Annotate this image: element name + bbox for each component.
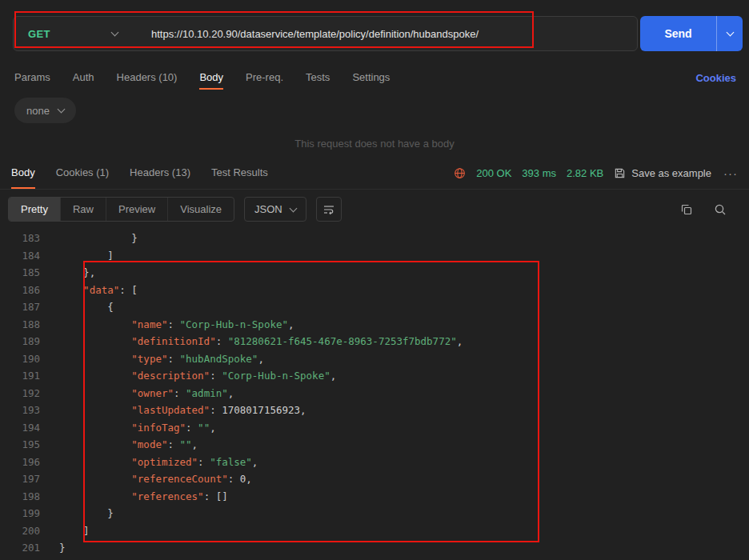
- code-line: 184 ]: [0, 247, 749, 265]
- line-number: 186: [0, 282, 40, 299]
- chevron-down-icon: [57, 106, 65, 114]
- code-line: 187 {: [0, 298, 749, 316]
- status-badge: 200 OK: [476, 167, 511, 179]
- save-as-example-label: Save as example: [631, 167, 711, 179]
- chevron-down-icon: [289, 204, 297, 212]
- tab-response-headers[interactable]: Headers (13): [130, 157, 190, 189]
- code-line: 192 "owner": "admin",: [0, 385, 749, 402]
- code-line-content: "infoTag": "",: [40, 419, 216, 437]
- code-line-content: "type": "hubAndSpoke",: [40, 350, 264, 368]
- search-button[interactable]: [714, 203, 727, 216]
- app-root: GET https://10.10.20.90/dataservice/temp…: [0, 0, 749, 560]
- code-line-content: {: [40, 298, 114, 316]
- format-label: JSON: [254, 203, 282, 215]
- line-number: 197: [0, 470, 40, 488]
- code-line-content: "referenceCount": 0,: [40, 470, 252, 488]
- url-input[interactable]: https://10.10.20.90/dataservice/template…: [151, 28, 479, 40]
- tab-headers[interactable]: Headers (10): [117, 66, 178, 90]
- code-line: 186 "data": [: [0, 282, 749, 299]
- body-type-selector[interactable]: none: [14, 98, 76, 123]
- line-number: 193: [0, 402, 40, 419]
- tab-settings[interactable]: Settings: [352, 66, 390, 90]
- response-tabs: Body Cookies (1) Headers (13) Test Resul…: [11, 157, 268, 189]
- code-line-content: "description": "Corp-Hub-n-Spoke",: [40, 367, 336, 385]
- code-line: 196 "optimized": "false",: [0, 454, 749, 471]
- cookies-link[interactable]: Cookies: [695, 66, 736, 90]
- code-line: 191 "description": "Corp-Hub-n-Spoke",: [0, 367, 749, 385]
- code-line: 201}: [0, 539, 749, 557]
- code-line-content: ]: [40, 247, 114, 265]
- line-number: 195: [0, 436, 40, 454]
- code-line: 183 }: [0, 230, 749, 247]
- response-section: Body Cookies (1) Headers (13) Test Resul…: [0, 157, 749, 560]
- view-tab-pretty[interactable]: Pretty: [9, 198, 61, 221]
- code-line-content: "definitionId": "81280621-f645-467e-8963…: [40, 333, 463, 350]
- code-line-content: "owner": "admin",: [40, 385, 234, 402]
- code-line-content: }: [40, 539, 66, 557]
- send-options-button[interactable]: [716, 16, 743, 51]
- tab-response-body[interactable]: Body: [11, 157, 35, 189]
- view-tab-preview[interactable]: Preview: [106, 198, 168, 221]
- line-number: 194: [0, 419, 40, 437]
- line-number: 188: [0, 316, 40, 334]
- format-selector[interactable]: JSON: [244, 197, 306, 222]
- code-line: 194 "infoTag": "",: [0, 419, 749, 437]
- code-line: 195 "mode": "",: [0, 436, 749, 454]
- code-line-content: "references": []: [40, 488, 228, 506]
- code-line: 188 "name": "Corp-Hub-n-Spoke",: [0, 316, 749, 334]
- code-line-content: }: [40, 505, 114, 522]
- line-number: 185: [0, 264, 40, 282]
- code-line: 200 ]: [0, 522, 749, 540]
- tab-tests[interactable]: Tests: [306, 66, 330, 90]
- view-tab-visualize[interactable]: Visualize: [168, 198, 234, 221]
- code-line-content: }: [40, 230, 138, 247]
- code-line: 198 "references": []: [0, 488, 749, 506]
- search-icon: [714, 203, 727, 216]
- code-line: 197 "referenceCount": 0,: [0, 470, 749, 488]
- response-meta: 200 OK 393 ms 2.82 KB Save as example ··…: [454, 157, 738, 189]
- tab-response-cookies[interactable]: Cookies (1): [56, 157, 109, 189]
- more-options-button[interactable]: ···: [723, 166, 738, 180]
- wrap-lines-icon: [322, 203, 335, 216]
- response-body-code[interactable]: 183 }184 ]185 },186 "data": [187 {188 "n…: [0, 228, 749, 557]
- send-button[interactable]: Send: [640, 16, 743, 51]
- copy-icon: [680, 203, 693, 216]
- method-label: GET: [28, 28, 50, 40]
- response-time: 393 ms: [522, 167, 556, 179]
- line-number: 196: [0, 454, 40, 471]
- line-number: 189: [0, 333, 40, 350]
- toolbar-right: [680, 203, 741, 216]
- code-line: 185 },: [0, 264, 749, 282]
- code-line-content: "optimized": "false",: [40, 454, 258, 471]
- line-number: 190: [0, 350, 40, 368]
- code-line-content: "data": [: [40, 282, 138, 299]
- code-line-content: ]: [40, 522, 90, 540]
- code-line: 193 "lastUpdated": 1708017156923,: [0, 402, 749, 419]
- line-number: 198: [0, 488, 40, 506]
- view-tab-raw[interactable]: Raw: [61, 198, 106, 221]
- view-mode-switch: Pretty Raw Preview Visualize: [8, 197, 234, 222]
- tab-auth[interactable]: Auth: [73, 66, 94, 90]
- chevron-down-icon: [111, 29, 119, 37]
- line-number: 192: [0, 385, 40, 402]
- line-number: 184: [0, 247, 40, 265]
- method-selector[interactable]: GET: [14, 28, 129, 40]
- network-status-icon[interactable]: [454, 167, 466, 179]
- send-label: Send: [640, 16, 716, 51]
- code-line-content: "mode": "",: [40, 436, 198, 454]
- copy-button[interactable]: [680, 203, 693, 216]
- save-icon: [614, 167, 626, 179]
- line-number: 199: [0, 505, 40, 522]
- tab-test-results[interactable]: Test Results: [211, 157, 268, 189]
- wrap-lines-button[interactable]: [316, 197, 342, 222]
- tab-pre-req[interactable]: Pre-req.: [246, 66, 283, 90]
- tab-body[interactable]: Body: [199, 66, 223, 90]
- save-as-example-button[interactable]: Save as example: [614, 167, 711, 179]
- code-line: 190 "type": "hubAndSpoke",: [0, 350, 749, 368]
- response-header: Body Cookies (1) Headers (13) Test Resul…: [0, 157, 749, 190]
- url-bar: GET https://10.10.20.90/dataservice/temp…: [13, 16, 638, 51]
- tab-params[interactable]: Params: [14, 66, 50, 90]
- code-line: 189 "definitionId": "81280621-f645-467e-…: [0, 333, 749, 350]
- code-line: 199 }: [0, 505, 749, 522]
- line-number: 201: [0, 539, 40, 557]
